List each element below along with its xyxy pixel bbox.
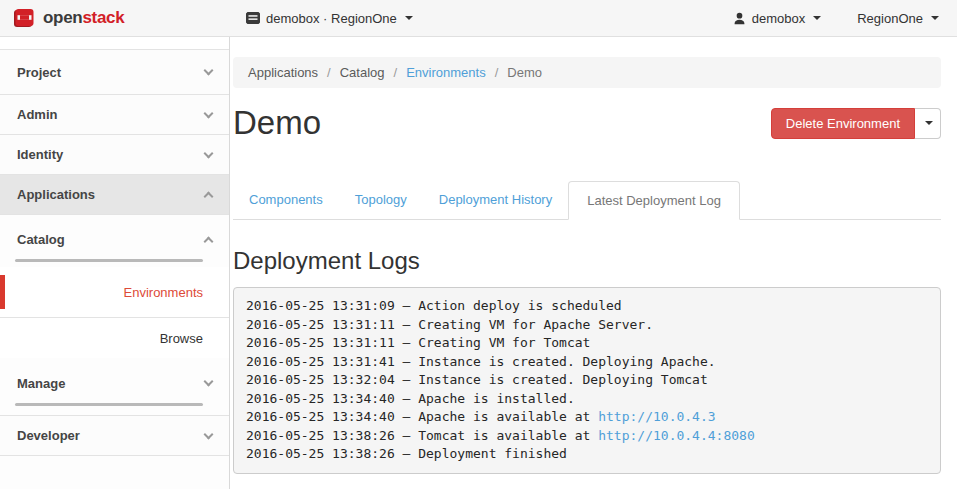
log-line: 2016-05-25 13:38:26 — Deployment finishe… [246,445,928,464]
tomcat-url-link[interactable]: http://10.0.4.4:8080 [598,428,755,443]
group-divider [15,403,203,406]
context-switcher-label: demobox · RegionOne [266,11,397,26]
log-line: 2016-05-25 13:31:11 — Creating VM for Ap… [246,316,928,335]
breadcrumb-item: Catalog [340,65,385,80]
log-line: 2016-05-25 13:38:26 — Tomcat is availabl… [246,427,928,446]
breadcrumb: Applications / Catalog / Environments / … [233,57,941,88]
sidebar-item-label: Browse [160,331,203,346]
group-divider [15,259,203,262]
page-title: Demo [233,104,321,142]
sidebar-item-label: Developer [17,428,80,443]
user-icon [733,12,746,25]
chevron-up-icon [204,236,214,246]
sidebar-group-label: Manage [17,376,65,391]
caret-down-icon [931,16,939,20]
chevron-down-icon [204,148,214,158]
chevron-down-icon [204,66,214,76]
log-line: 2016-05-25 13:34:40 — Apache is installe… [246,390,928,409]
log-line: 2016-05-25 13:31:41 — Instance is create… [246,353,928,372]
breadcrumb-item: Applications [248,65,318,80]
openstack-logo-icon [12,7,36,29]
sidebar-item-label: Applications [17,187,95,202]
top-navbar: openstack demobox · RegionOne demobox Re… [0,0,957,37]
caret-down-icon [813,16,821,20]
sidebar-item-label: Project [17,65,61,80]
sidebar-item-identity[interactable]: Identity [0,135,229,175]
sidebar-item-label: Identity [17,147,63,162]
delete-environment-button[interactable]: Delete Environment [771,108,915,139]
chevron-up-icon [204,192,214,202]
project-region-switcher[interactable]: demobox · RegionOne [246,11,413,26]
user-menu[interactable]: demobox [733,11,821,26]
chevron-down-icon [204,429,214,439]
sidebar-item-project[interactable]: Project [0,50,229,95]
apache-url-link[interactable]: http://10.0.4.3 [598,409,715,424]
sidebar-group-catalog-block: Catalog [0,215,229,262]
chevron-down-icon [204,108,214,118]
delete-environment-dropdown-toggle[interactable] [915,108,941,139]
log-line: 2016-05-25 13:32:04 — Instance is create… [246,371,928,390]
main-content: Applications / Catalog / Environments / … [230,37,957,489]
tab-deployment-history[interactable]: Deployment History [423,181,568,220]
sidebar-group-label: Catalog [17,232,65,247]
sidebar-item-label: Environments [124,285,203,300]
sidebar-group-catalog[interactable]: Catalog [0,227,229,251]
sidebar-item-developer[interactable]: Developer [0,416,229,456]
openstack-logo-text: openstack [43,8,124,28]
breadcrumb-current: Demo [507,65,542,80]
tab-components[interactable]: Components [233,181,339,220]
tab-topology[interactable]: Topology [339,181,423,220]
sidebar-item-admin[interactable]: Admin [0,95,229,135]
sidebar: Project Admin Identity Applications Cata… [0,37,230,489]
log-line: 2016-05-25 13:31:09 — Action deploy is s… [246,297,928,316]
openstack-brand[interactable]: openstack [0,7,230,29]
sidebar-item-applications[interactable]: Applications [0,175,229,215]
chevron-down-icon [204,377,214,387]
breadcrumb-separator: / [495,65,499,80]
delete-environment-button-group: Delete Environment [771,108,941,139]
breadcrumb-link-environments[interactable]: Environments [406,65,485,80]
breadcrumb-separator: / [327,65,331,80]
sidebar-item-browse[interactable]: Browse [0,318,229,358]
sidebar-group-manage-block: Manage [0,358,229,416]
region-menu[interactable]: RegionOne [857,11,939,26]
sidebar-group-manage[interactable]: Manage [0,371,229,395]
user-menu-label: demobox [752,11,805,26]
sidebar-top-strip [0,37,229,50]
deployment-log-box: 2016-05-25 13:31:09 — Action deploy is s… [233,287,941,474]
sidebar-item-label: Admin [17,107,57,122]
log-line: 2016-05-25 13:34:40 — Apache is availabl… [246,408,928,427]
log-line: 2016-05-25 13:31:11 — Creating VM for To… [246,334,928,353]
sidebar-item-environments[interactable]: Environments [0,267,229,318]
tab-bar: Components Topology Deployment History L… [233,181,941,220]
region-menu-label: RegionOne [857,11,923,26]
caret-down-icon [925,121,933,125]
caret-down-icon [405,16,413,20]
list-icon [246,12,260,24]
section-title: Deployment Logs [233,247,941,275]
tab-latest-deployment-log[interactable]: Latest Deployment Log [568,181,740,220]
breadcrumb-separator: / [394,65,398,80]
